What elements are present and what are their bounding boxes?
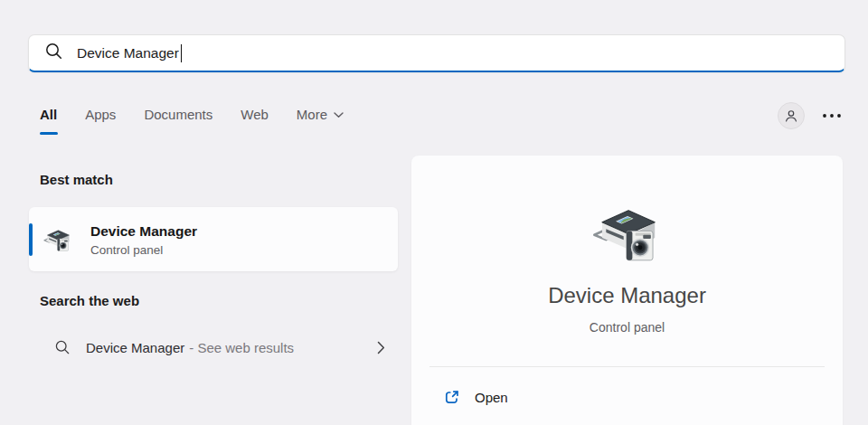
- device-manager-icon: [43, 226, 72, 252]
- ellipsis-icon: [822, 113, 842, 118]
- search-the-web-heading: Search the web: [40, 293, 139, 308]
- search-icon: [44, 42, 63, 64]
- device-manager-icon: [592, 201, 663, 263]
- best-match-texts: Device Manager Control panel: [90, 222, 197, 257]
- best-match-heading: Best match: [40, 172, 113, 187]
- web-annotation-text: - See web results: [189, 340, 294, 355]
- windows-search-flyout: Device Manager All Apps Documents Web Mo…: [0, 0, 868, 425]
- tab-all[interactable]: All: [40, 107, 57, 135]
- tab-more-label: More: [297, 107, 327, 123]
- result-title: Device Manager: [90, 222, 197, 240]
- text-cursor: [181, 44, 183, 62]
- search-filter-tabs: All Apps Documents Web More: [40, 107, 344, 135]
- more-options-button[interactable]: [820, 109, 844, 122]
- web-search-item[interactable]: Device Manager - See web results: [29, 327, 398, 367]
- open-external-icon: [443, 389, 460, 406]
- open-action[interactable]: Open: [429, 379, 825, 415]
- web-query-text: Device Manager: [86, 340, 184, 355]
- search-query-text: Device Manager: [77, 45, 179, 61]
- divider: [429, 366, 825, 367]
- tab-more[interactable]: More: [297, 107, 344, 135]
- selection-accent-bar: [29, 223, 33, 256]
- tab-documents[interactable]: Documents: [144, 107, 212, 135]
- result-subtitle: Control panel: [90, 243, 197, 257]
- user-avatar-icon: [783, 108, 799, 124]
- open-label: Open: [475, 390, 508, 405]
- preview-subtitle: Control panel: [411, 320, 843, 335]
- chevron-right-icon: [377, 341, 385, 354]
- best-match-item[interactable]: Device Manager Control panel: [29, 207, 398, 271]
- preview-title: Device Manager: [411, 283, 843, 308]
- search-input[interactable]: Device Manager: [28, 34, 845, 72]
- expand-web-results-button[interactable]: [373, 337, 389, 358]
- tab-apps[interactable]: Apps: [85, 107, 116, 135]
- tab-web[interactable]: Web: [241, 107, 269, 135]
- filter-bar: All Apps Documents Web More: [40, 107, 844, 135]
- chevron-down-icon: [334, 112, 344, 118]
- header-actions: [778, 102, 844, 129]
- preview-panel: Device Manager Control panel Open: [411, 156, 843, 425]
- search-icon: [54, 339, 71, 355]
- user-avatar-button[interactable]: [778, 102, 805, 129]
